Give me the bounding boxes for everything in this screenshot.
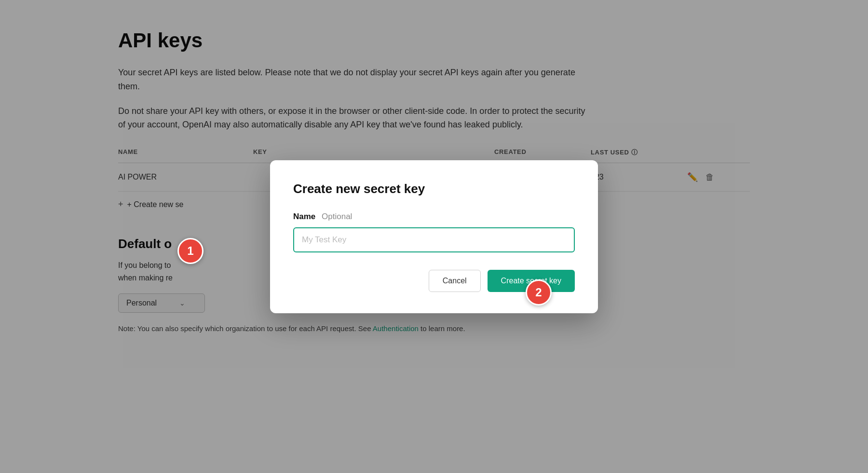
- modal-optional-label: Optional: [322, 212, 352, 221]
- annotation-2: 2: [526, 279, 552, 306]
- modal-overlay: Create new secret key Name Optional Canc…: [0, 0, 868, 473]
- key-name-input[interactable]: [293, 227, 575, 252]
- modal-field-label: Name Optional: [293, 212, 575, 222]
- modal-title: Create new secret key: [293, 181, 575, 196]
- cancel-button[interactable]: Cancel: [429, 270, 481, 292]
- annotation-1: 1: [177, 238, 203, 264]
